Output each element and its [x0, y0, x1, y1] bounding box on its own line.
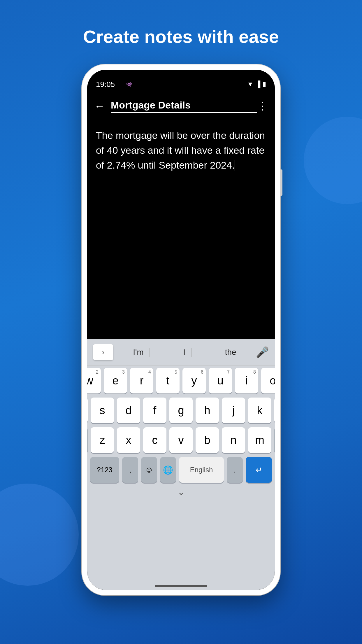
volume-button: [280, 169, 282, 196]
note-content-area[interactable]: The mortgage will be over the duration o…: [87, 119, 275, 339]
wifi-icon: ▼: [247, 80, 254, 88]
key-n[interactable]: n: [222, 427, 245, 453]
space-key[interactable]: English: [179, 457, 224, 483]
status-left: 19:05 ▤ 👾 •: [96, 80, 137, 89]
keyboard-bottom-bar: ⌄: [90, 487, 272, 497]
globe-key[interactable]: 🌐: [160, 457, 176, 483]
text-cursor: [235, 160, 235, 171]
key-row-4: ?123 , ☺ 🌐 English . ↵: [90, 457, 272, 483]
period-key[interactable]: .: [227, 457, 243, 483]
phone-notch: [146, 70, 216, 86]
key-m[interactable]: m: [248, 427, 271, 453]
dot-icon: •: [136, 82, 137, 87]
key-l[interactable]: l: [274, 398, 275, 423]
page-title: Create notes with ease: [83, 26, 279, 47]
key-row-3: ⇧ z x c v b n m ⌫: [90, 427, 272, 453]
key-a[interactable]: a: [87, 398, 88, 423]
more-options-button[interactable]: ⋮: [257, 100, 268, 112]
status-icons: ▼ ▐ ▮: [247, 80, 266, 88]
key-z[interactable]: z: [91, 427, 114, 453]
keyboard-rows: 1q 2w 3e 4r 5t 6y 7u 8i 9o 0p a s: [87, 365, 275, 497]
key-x[interactable]: x: [117, 427, 140, 453]
key-h[interactable]: h: [196, 398, 219, 423]
backspace-key[interactable]: ⌫: [274, 427, 275, 453]
numbers-key[interactable]: ?123: [90, 457, 119, 483]
key-u[interactable]: 7u: [209, 368, 232, 393]
enter-key[interactable]: ↵: [246, 457, 272, 483]
microphone-icon[interactable]: 🎤: [256, 346, 269, 358]
suggestion-1[interactable]: I'm: [127, 348, 150, 357]
key-o[interactable]: 9o: [261, 368, 275, 393]
autocomplete-suggestions: I'm I the: [113, 348, 256, 357]
comma-key[interactable]: ,: [122, 457, 138, 483]
key-c[interactable]: c: [143, 427, 166, 453]
signal-icon: ▐: [256, 80, 260, 88]
emoji-key[interactable]: ☺: [141, 457, 157, 483]
sim-card-icon: ▤: [118, 82, 123, 87]
discord-icon: 👾: [126, 82, 132, 87]
keyboard: › I'm I the 🎤 1q 2w 3e: [87, 339, 275, 590]
home-indicator: [155, 585, 207, 587]
back-button[interactable]: ←: [94, 100, 105, 112]
key-y[interactable]: 6y: [182, 368, 206, 393]
key-e[interactable]: 3e: [104, 368, 127, 393]
collapse-keyboard-icon[interactable]: ⌄: [178, 487, 185, 497]
key-r[interactable]: 4r: [130, 368, 153, 393]
key-d[interactable]: d: [117, 398, 140, 423]
key-row-2: a s d f g h j k l: [90, 398, 272, 423]
suggestion-2[interactable]: I: [177, 348, 191, 357]
phone-frame: 19:05 ▤ 👾 • ▼ ▐ ▮ ← Mortgage Details ⋮: [82, 64, 280, 595]
key-f[interactable]: f: [143, 398, 166, 423]
phone-mockup: 19:05 ▤ 👾 • ▼ ▐ ▮ ← Mortgage Details ⋮: [82, 64, 280, 595]
autocomplete-bar: › I'm I the 🎤: [87, 339, 275, 365]
app-bar: ← Mortgage Details ⋮: [87, 93, 275, 119]
note-title[interactable]: Mortgage Details: [111, 99, 257, 113]
key-b[interactable]: b: [196, 427, 219, 453]
key-j[interactable]: j: [222, 398, 245, 423]
status-time: 19:05: [96, 80, 115, 89]
key-row-1: 1q 2w 3e 4r 5t 6y 7u 8i 9o 0p: [90, 368, 272, 393]
expand-suggestions-button[interactable]: ›: [93, 344, 113, 360]
key-s[interactable]: s: [91, 398, 114, 423]
phone-screen: 19:05 ▤ 👾 • ▼ ▐ ▮ ← Mortgage Details ⋮: [87, 70, 275, 590]
note-text: The mortgage will be over the duration o…: [96, 128, 266, 173]
key-i[interactable]: 8i: [235, 368, 258, 393]
shift-key[interactable]: ⇧: [87, 427, 88, 453]
key-w[interactable]: 2w: [87, 368, 101, 393]
key-k[interactable]: k: [248, 398, 271, 423]
suggestion-3[interactable]: the: [219, 348, 242, 357]
key-g[interactable]: g: [169, 398, 193, 423]
key-v[interactable]: v: [169, 427, 193, 453]
key-t[interactable]: 5t: [156, 368, 180, 393]
battery-icon: ▮: [263, 80, 266, 88]
